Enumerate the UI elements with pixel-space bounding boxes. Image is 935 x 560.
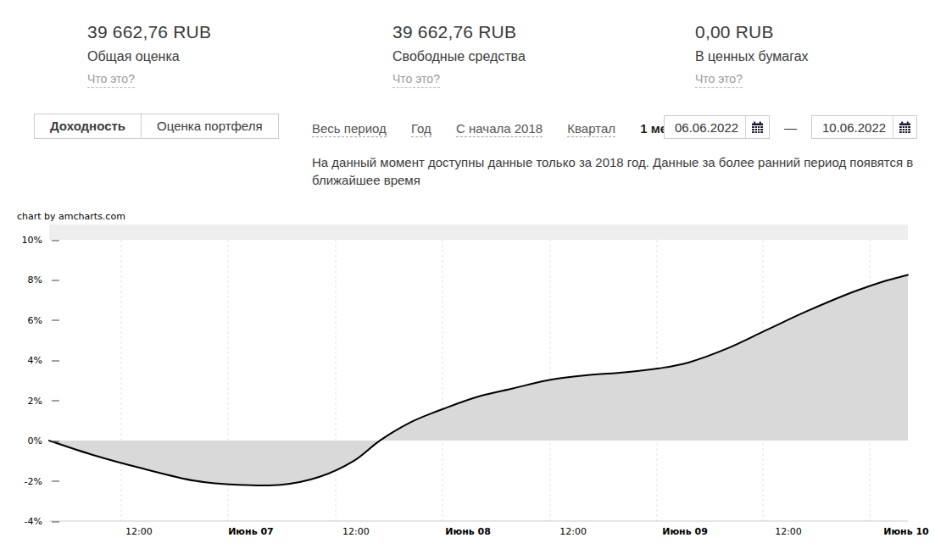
x-tick-label: Июнь 10 bbox=[883, 526, 929, 537]
calendar-icon bbox=[899, 121, 911, 134]
x-tick-label: Июнь 09 bbox=[662, 526, 708, 537]
y-tick-label: 10% bbox=[0, 235, 42, 246]
x-tick-label: 12:00 bbox=[342, 526, 370, 537]
data-availability-notice: На данный момент доступны данные только … bbox=[312, 153, 916, 189]
date-to-input[interactable] bbox=[812, 116, 893, 138]
date-from-box bbox=[664, 115, 770, 139]
period-year[interactable]: Год bbox=[411, 121, 431, 137]
x-tick-label: Июнь 07 bbox=[228, 526, 274, 537]
stat-total-value: 39 662,76 RUB Общая оценка Что это? bbox=[87, 22, 211, 88]
calendar-button[interactable] bbox=[893, 116, 916, 138]
y-tick-label: 6% bbox=[0, 314, 42, 325]
y-tick-mark bbox=[52, 401, 59, 402]
y-tick-mark bbox=[52, 481, 59, 482]
x-tick-label: Июнь 08 bbox=[445, 526, 491, 537]
stat-value: 39 662,76 RUB bbox=[392, 22, 526, 42]
y-tick-label: 0% bbox=[0, 435, 42, 446]
stat-in-securities: 0,00 RUB В ценных бумагах Что это? bbox=[695, 22, 809, 88]
stat-free-funds: 39 662,76 RUB Свободные средства Что это… bbox=[392, 22, 526, 88]
stat-label: В ценных бумагах bbox=[695, 49, 809, 64]
what-is-this-link[interactable]: Что это? bbox=[695, 72, 743, 88]
stat-value: 0,00 RUB bbox=[695, 22, 809, 42]
period-all-time[interactable]: Весь период bbox=[312, 121, 387, 137]
period-filters: Весь период Год С начала 2018 Квартал 1 … bbox=[312, 121, 689, 137]
view-tabs: Доходность Оценка портфеля bbox=[34, 114, 279, 139]
what-is-this-link[interactable]: Что это? bbox=[392, 72, 440, 88]
y-tick-mark bbox=[52, 521, 59, 522]
chart: chart by amcharts.com 10%8%6%4%2%0%-2%-4… bbox=[0, 208, 935, 560]
y-tick-mark bbox=[52, 441, 59, 441]
y-tick-mark bbox=[52, 320, 59, 321]
x-tick-label: 12:00 bbox=[125, 526, 153, 537]
period-since-2018[interactable]: С начала 2018 bbox=[456, 121, 543, 137]
y-tick-mark bbox=[52, 360, 59, 361]
period-quarter[interactable]: Квартал bbox=[567, 121, 615, 137]
date-range-separator: — bbox=[784, 120, 797, 135]
y-tick-label: 4% bbox=[0, 355, 42, 366]
date-range: — bbox=[664, 115, 917, 139]
tab-portfolio-valuation[interactable]: Оценка портфеля bbox=[141, 114, 278, 138]
y-tick-label: -2% bbox=[0, 475, 42, 486]
calendar-icon bbox=[751, 121, 764, 134]
x-tick-label: 12:00 bbox=[775, 526, 802, 537]
what-is-this-link[interactable]: Что это? bbox=[87, 72, 135, 88]
y-tick-mark bbox=[52, 240, 59, 241]
amcharts-credit-link[interactable]: chart by amcharts.com bbox=[17, 211, 125, 222]
chart-plot[interactable] bbox=[49, 240, 908, 521]
y-tick-label: 2% bbox=[0, 395, 42, 406]
y-tick-mark bbox=[52, 280, 59, 280]
date-to-box bbox=[811, 115, 917, 139]
chart-scrollbar[interactable] bbox=[49, 225, 908, 240]
stat-value: 39 662,76 RUB bbox=[87, 22, 211, 42]
tab-profitability[interactable]: Доходность bbox=[35, 114, 141, 138]
stat-label: Общая оценка bbox=[87, 49, 211, 64]
y-tick-label: -4% bbox=[0, 516, 42, 527]
y-tick-label: 8% bbox=[0, 274, 42, 286]
area-fill bbox=[49, 275, 908, 486]
stat-label: Свободные средства bbox=[392, 49, 526, 64]
calendar-button[interactable] bbox=[745, 116, 769, 138]
date-from-input[interactable] bbox=[665, 116, 745, 138]
x-tick-label: 12:00 bbox=[559, 526, 587, 537]
